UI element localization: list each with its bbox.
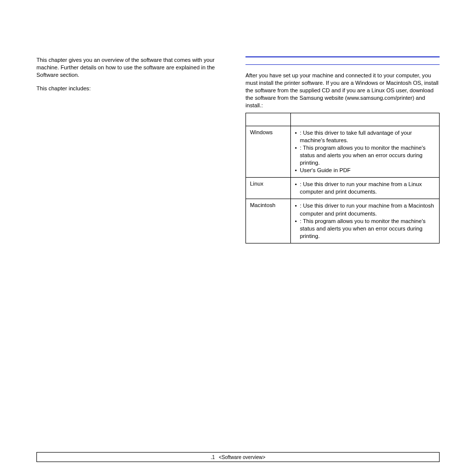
list-item: : Use this driver to run your machine fr… <box>295 181 435 196</box>
list-item: : This program allows you to monitor the… <box>295 144 435 167</box>
right-column: After you have set up your machine and c… <box>245 56 440 243</box>
contents-cell: : Use this driver to run your machine fr… <box>291 178 440 199</box>
table-row: Macintosh : Use this driver to run your … <box>246 199 440 243</box>
section-divider-bottom <box>245 64 440 65</box>
items-list: : Use this driver to run your machine fr… <box>295 181 435 196</box>
list-item: User's Guide in PDF <box>295 167 435 174</box>
list-item: : This program allows you to monitor the… <box>295 218 435 240</box>
page-number: .1 <box>211 455 215 460</box>
right-intro-paragraph: After you have set up your machine and c… <box>245 72 440 110</box>
software-table: Windows : Use this driver to take full a… <box>245 113 440 243</box>
table-header-row <box>246 113 440 126</box>
section-label: <Software overview> <box>219 455 265 460</box>
intro-paragraph-2: This chapter includes: <box>36 85 231 92</box>
section-divider-top <box>245 56 440 57</box>
contents-cell: : Use this driver to run your machine fr… <box>291 199 440 243</box>
items-list: : Use this driver to take full advantage… <box>295 129 435 175</box>
page: This chapter gives you an overview of th… <box>0 0 476 476</box>
table-row: Linux : Use this driver to run your mach… <box>246 178 440 199</box>
contents-cell: : Use this driver to take full advantage… <box>291 126 440 178</box>
content-area: This chapter gives you an overview of th… <box>0 0 476 243</box>
list-item: : Use this driver to take full advantage… <box>295 129 435 144</box>
items-list: : Use this driver to run your machine fr… <box>295 202 435 240</box>
table-row: Windows : Use this driver to take full a… <box>246 126 440 178</box>
list-item: : Use this driver to run your machine fr… <box>295 202 435 217</box>
os-cell: Macintosh <box>246 199 291 243</box>
left-column: This chapter gives you an overview of th… <box>36 56 231 243</box>
page-footer: .1 <Software overview> <box>36 452 440 462</box>
intro-paragraph-1: This chapter gives you an overview of th… <box>36 56 231 79</box>
os-cell: Linux <box>246 178 291 199</box>
table-header-contents <box>291 113 440 126</box>
os-cell: Windows <box>246 126 291 178</box>
table-header-os <box>246 113 291 126</box>
